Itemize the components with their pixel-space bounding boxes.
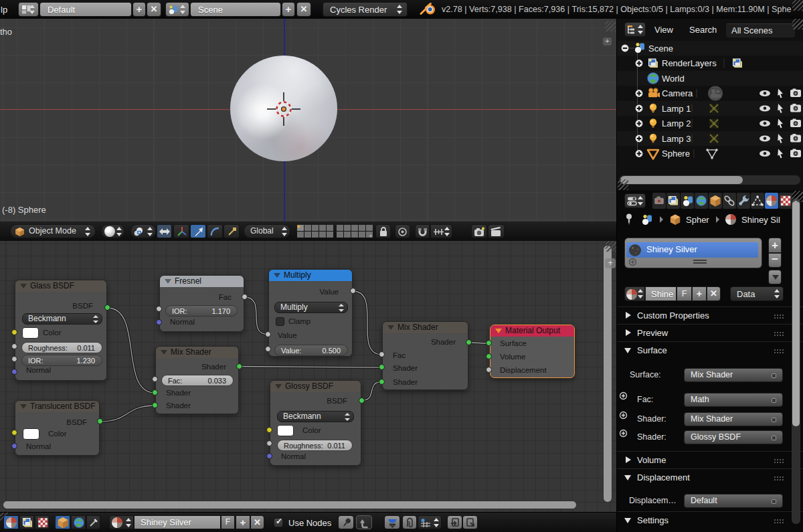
- svg-text:Scene: Scene: [648, 43, 673, 54]
- svg-text:Camera: Camera: [662, 88, 693, 98]
- svg-text:Sphere: Sphere: [662, 149, 690, 159]
- svg-text:Lamp 1: Lamp 1: [662, 104, 691, 114]
- svg-text:Lamp 2: Lamp 2: [662, 118, 691, 128]
- svg-text:Lamp 3: Lamp 3: [662, 134, 691, 144]
- svg-text:Spher: Spher: [686, 215, 709, 225]
- svg-text:Shiney Sil: Shiney Sil: [741, 215, 780, 225]
- svg-text:RenderLayers: RenderLayers: [662, 58, 717, 68]
- svg-text:World: World: [662, 74, 685, 84]
